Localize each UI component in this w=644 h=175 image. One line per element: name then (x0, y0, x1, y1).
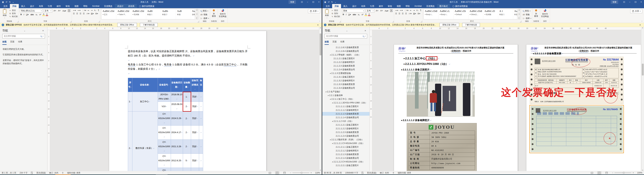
addins-button[interactable]: 加载项 (212, 12, 216, 18)
style-gallery-item[interactable]: AaBl标题 1 (146, 9, 161, 19)
nav-outline-item[interactable]: ◢2.1.1.2.3 设备购置发票 (322, 64, 370, 68)
replace-button[interactable]: ab替换 (200, 13, 209, 16)
collapse-triangle-icon[interactable]: ◢ (330, 53, 331, 57)
copy-button[interactable]: ⧉复制 (9, 12, 18, 15)
nav-outline-item[interactable]: ◢2.2.1.2.1.4 设备购置合同 (322, 156, 370, 160)
gallery-up-icon[interactable]: ▲ (518, 9, 520, 11)
title-bar[interactable]: ▣ ↺ ↻ ⌄ 图片工具 井神-A27大类油管扶正器-投标文件 - Word 登… (322, 0, 644, 4)
baidu-netdisk-icon[interactable] (221, 9, 224, 12)
numbering-icon[interactable]: ≕▾ (78, 9, 80, 12)
bullets-icon[interactable]: ≔▾ (73, 9, 76, 12)
ribbon-options-icon[interactable] (621, 0, 627, 4)
addins-button[interactable]: 加载项 (534, 12, 538, 18)
horizontal-ruler[interactable]: 86422468101214161820222426283032 (48, 27, 319, 30)
restore-button[interactable] (310, 0, 316, 4)
collapse-ribbon-icon[interactable]: ⌃ (641, 20, 643, 22)
nav-outline-item[interactable]: ◢2.1.1.3 注塑成型设备 (322, 72, 370, 75)
line-spacing-icon[interactable]: ↕≡▾ (86, 12, 89, 15)
equipment-table[interactable]: 序号设备名称设备型号设备购买日期设备数量设备完好情况备注 1加工中心JOYOU-… (128, 78, 203, 171)
align-center-icon[interactable]: ☰ (76, 12, 78, 15)
nav-outline-item[interactable]: ◢2.1.1.3.1 设备正面照片 (322, 75, 370, 79)
nav-outline-item[interactable]: ◢2.2.1.2.1 CY-K510n/1000（2台） (322, 142, 370, 145)
zoom-in-icon[interactable]: + (632, 172, 634, 174)
title-bar[interactable]: ▣ ↺ ↻ ⌄ 表格工具 文档1 - Word 登录 – × (0, 0, 322, 4)
document-page[interactable]: 提供自有设备清单，以及 对应的设备正面及铭牌照 片、设备购置合同及发票， 设备购… (109, 31, 266, 171)
style-gallery-item[interactable]: AaBbCcD↵无间隔 (483, 9, 498, 19)
collapse-triangle-icon[interactable]: ◢ (332, 119, 333, 123)
replace-button[interactable]: ab替换 (523, 13, 531, 16)
ribbon-tab[interactable]: 表设计 (115, 4, 126, 8)
nav-outline-item[interactable]: ◢2.1.1.1.6.4 设备购置合同 (322, 49, 370, 53)
close-button[interactable]: × (316, 0, 322, 4)
nav-outline-item[interactable]: ◢2.2.1.1.1.4 设备购置合同 (322, 116, 370, 119)
accessibility-status[interactable]: 辅助功能: 调查 (67, 172, 80, 174)
nav-outline-item[interactable]: ◢2.2.1.1.1 JOYOU-PRV-1060（1台） (322, 101, 370, 104)
scroll-down-icon[interactable]: ▼ (642, 170, 643, 171)
nav-tab-headings[interactable]: 标题 (324, 40, 329, 45)
justify-icon[interactable]: ☰ (83, 12, 85, 15)
quick-access-toolbar[interactable]: ▣ ↺ ↻ ⌄ (0, 1, 16, 3)
tell-me-tab[interactable]: 操作说明搜索 (450, 4, 470, 8)
web-layout-icon[interactable] (604, 172, 609, 174)
nav-tab-pages[interactable]: 页面 (10, 40, 14, 45)
zoom-in-icon[interactable]: + (310, 172, 312, 174)
undo-icon[interactable]: ↺ (6, 1, 7, 3)
collapse-triangle-icon[interactable]: ◢ (326, 90, 326, 94)
addin-icon[interactable] (213, 10, 215, 12)
ribbon-tab[interactable]: 视图 (394, 4, 403, 8)
find-button[interactable]: 查找▾ (523, 10, 531, 12)
line-spacing-icon[interactable]: ↕≡▾ (408, 12, 412, 15)
nav-outline-item[interactable]: ◢2.2.1 设备清单 (322, 94, 370, 97)
ribbon-tab[interactable]: 文件 (1, 4, 10, 8)
dialog-launcher-icon[interactable] (98, 21, 100, 22)
show-marks-icon[interactable]: ¶ (420, 9, 421, 12)
vertical-scrollbar[interactable]: ▲ ▼ (641, 27, 644, 171)
style-gallery-item[interactable]: AaBbCcDd↵正文 (102, 9, 116, 19)
italic-button[interactable]: I (346, 13, 347, 16)
track-changes-indicator[interactable]: 修订: 关闭 (49, 172, 58, 174)
underline-button[interactable]: U▾ (26, 13, 29, 16)
redo-icon[interactable]: ↻ (9, 1, 10, 3)
word-count[interactable]: 234 个字 (20, 172, 28, 174)
save-to-baidu-button[interactable]: 保存到百度网盘 (219, 13, 226, 18)
get-office-button[interactable]: 获取正版 Office (440, 23, 459, 27)
chevron-down-icon[interactable]: ⌄ (345, 30, 349, 32)
align-center-icon[interactable]: ☰ (398, 12, 400, 15)
notice-close-icon[interactable]: ✕ (316, 24, 320, 26)
nav-outline-item[interactable]: ◢2.2.1.2.1.1 设备正面照片 (322, 145, 370, 149)
style-gallery-item[interactable]: AaBbCcDt↵Default (454, 9, 468, 19)
paste-button[interactable]: 粘贴⌄ (323, 9, 331, 18)
dialog-launcher-icon[interactable] (17, 21, 18, 22)
minimize-button[interactable]: – (627, 0, 632, 4)
save-icon[interactable]: ▣ (324, 1, 326, 3)
collapse-triangle-icon[interactable]: ◢ (332, 160, 333, 164)
font-color-button[interactable]: A (368, 13, 370, 16)
ribbon-tab[interactable]: 插入 (19, 4, 28, 8)
nav-tab-headings[interactable]: 标题 (2, 40, 6, 45)
ribbon-tab[interactable]: 开始 (10, 4, 19, 8)
notice-close-icon[interactable]: ✕ (638, 24, 642, 26)
align-right-icon[interactable]: ☰ (80, 12, 82, 15)
nav-outline-item[interactable]: ◢2.2.1.1 加工中心（5台） (322, 97, 370, 101)
ribbon-tab[interactable]: 插入 (341, 4, 350, 8)
shrink-font-button[interactable]: A˅ (380, 10, 384, 12)
vertical-scrollbar[interactable]: ▲ ▼ (319, 27, 322, 171)
nav-search-input[interactable]: 在文档中搜索▾ (2, 34, 45, 38)
clear-format-button[interactable]: 🄰 (390, 10, 393, 12)
minimize-button[interactable]: – (305, 0, 310, 4)
scroll-down-icon[interactable]: ▼ (320, 170, 321, 171)
align-right-icon[interactable]: ☰ (402, 12, 404, 15)
nav-search-input[interactable]: 在文档中搜索▾ (324, 34, 367, 38)
nav-outline-item[interactable]: ◢2.2.1.2.2.1 设备正面照片 (322, 164, 370, 167)
nav-tab-results[interactable]: 结果 (340, 40, 344, 45)
zoom-out-icon[interactable]: − (612, 172, 613, 174)
nav-outline-item[interactable]: ◢2.1.1.2 带锯床（锯床）（1台） (322, 53, 370, 57)
scrollbar-thumb[interactable] (642, 64, 644, 76)
redo-icon[interactable]: ↻ (331, 1, 333, 3)
nav-outline-item[interactable]: ◢2.2.1.1.1.2 设备铭牌照片 (322, 108, 370, 112)
collapse-triangle-icon[interactable]: ◢ (330, 138, 331, 142)
style-gallery-item[interactable]: AaBbCcL↵Body t... (438, 9, 454, 19)
select-button[interactable]: ▷选择▾ (200, 17, 209, 20)
select-button[interactable]: ▷选择▾ (523, 17, 531, 20)
font-size-select[interactable]: 五号▾ (44, 9, 52, 12)
